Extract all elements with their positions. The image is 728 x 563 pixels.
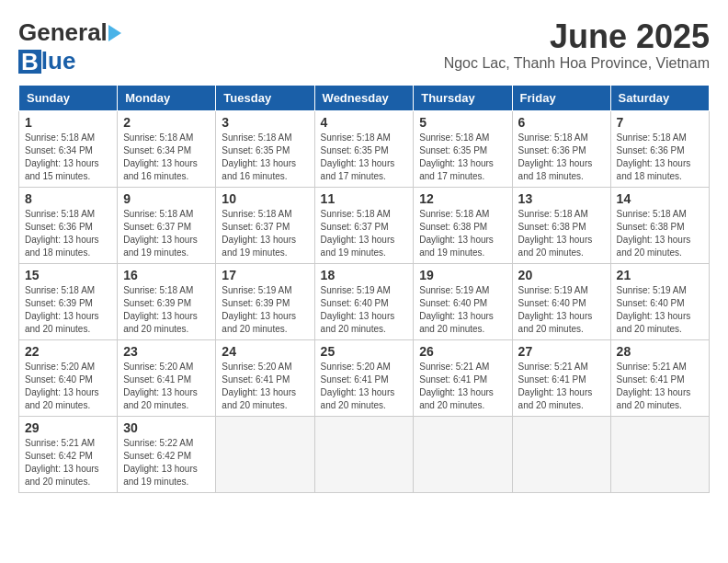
- calendar-subtitle: Ngoc Lac, Thanh Hoa Province, Vietnam: [444, 55, 710, 72]
- day-info: Sunrise: 5:20 AM Sunset: 6:41 PM Dayligh…: [123, 361, 210, 412]
- calendar-day-cell: 11 Sunrise: 5:18 AM Sunset: 6:37 PM Dayl…: [314, 188, 414, 264]
- calendar-day-cell: 14 Sunrise: 5:18 AM Sunset: 6:38 PM Dayl…: [610, 188, 709, 264]
- day-info: Sunrise: 5:20 AM Sunset: 6:40 PM Dayligh…: [25, 361, 111, 412]
- day-info: Sunrise: 5:18 AM Sunset: 6:36 PM Dayligh…: [518, 132, 605, 183]
- day-info: Sunrise: 5:21 AM Sunset: 6:41 PM Dayligh…: [617, 361, 703, 412]
- day-info: Sunrise: 5:18 AM Sunset: 6:36 PM Dayligh…: [25, 208, 111, 259]
- day-info: Sunrise: 5:18 AM Sunset: 6:38 PM Dayligh…: [617, 208, 703, 259]
- calendar-day-cell: 21 Sunrise: 5:19 AM Sunset: 6:40 PM Dayl…: [610, 264, 709, 340]
- col-thursday: Thursday: [414, 86, 512, 111]
- day-number: 4: [321, 115, 408, 130]
- day-number: 22: [25, 344, 111, 359]
- calendar-day-cell: 16 Sunrise: 5:18 AM Sunset: 6:39 PM Dayl…: [118, 264, 216, 340]
- logo-lue-text: lue: [41, 47, 76, 75]
- col-monday: Monday: [118, 86, 216, 111]
- day-number: 19: [419, 268, 506, 282]
- calendar-header-row: Sunday Monday Tuesday Wednesday Thursday…: [19, 86, 710, 111]
- day-info: Sunrise: 5:19 AM Sunset: 6:39 PM Dayligh…: [222, 284, 308, 336]
- calendar-week-row: 8 Sunrise: 5:18 AM Sunset: 6:36 PM Dayli…: [19, 188, 710, 264]
- calendar-day-cell: 18 Sunrise: 5:19 AM Sunset: 6:40 PM Dayl…: [314, 264, 414, 340]
- calendar-day-cell: [314, 417, 414, 493]
- day-info: Sunrise: 5:18 AM Sunset: 6:39 PM Dayligh…: [123, 284, 210, 336]
- day-number: 26: [419, 344, 506, 359]
- calendar-day-cell: 17 Sunrise: 5:19 AM Sunset: 6:39 PM Dayl…: [216, 264, 314, 340]
- day-info: Sunrise: 5:18 AM Sunset: 6:38 PM Dayligh…: [518, 208, 605, 259]
- day-info: Sunrise: 5:19 AM Sunset: 6:40 PM Dayligh…: [321, 284, 408, 336]
- col-wednesday: Wednesday: [314, 86, 414, 111]
- day-number: 23: [123, 344, 210, 359]
- day-info: Sunrise: 5:19 AM Sunset: 6:40 PM Dayligh…: [617, 284, 703, 336]
- calendar-day-cell: 2 Sunrise: 5:18 AM Sunset: 6:34 PM Dayli…: [118, 111, 216, 188]
- calendar-day-cell: 6 Sunrise: 5:18 AM Sunset: 6:36 PM Dayli…: [512, 111, 610, 188]
- calendar-day-cell: 3 Sunrise: 5:18 AM Sunset: 6:35 PM Dayli…: [216, 111, 314, 188]
- calendar-day-cell: 15 Sunrise: 5:18 AM Sunset: 6:39 PM Dayl…: [19, 264, 118, 340]
- day-info: Sunrise: 5:18 AM Sunset: 6:38 PM Dayligh…: [419, 208, 506, 259]
- day-info: Sunrise: 5:19 AM Sunset: 6:40 PM Dayligh…: [419, 284, 506, 336]
- day-number: 12: [419, 191, 506, 206]
- day-info: Sunrise: 5:20 AM Sunset: 6:41 PM Dayligh…: [321, 361, 408, 412]
- day-number: 8: [25, 191, 111, 206]
- day-info: Sunrise: 5:21 AM Sunset: 6:41 PM Dayligh…: [518, 361, 605, 412]
- logo-chevron-icon: [108, 25, 121, 41]
- calendar-day-cell: [414, 417, 512, 493]
- col-saturday: Saturday: [610, 86, 709, 111]
- calendar-week-row: 15 Sunrise: 5:18 AM Sunset: 6:39 PM Dayl…: [19, 264, 710, 340]
- title-area: June 2025 Ngoc Lac, Thanh Hoa Province, …: [444, 18, 710, 72]
- calendar-week-row: 22 Sunrise: 5:20 AM Sunset: 6:40 PM Dayl…: [19, 340, 710, 417]
- calendar-day-cell: 5 Sunrise: 5:18 AM Sunset: 6:35 PM Dayli…: [414, 111, 512, 188]
- day-info: Sunrise: 5:20 AM Sunset: 6:41 PM Dayligh…: [222, 361, 308, 412]
- calendar-day-cell: [610, 417, 709, 493]
- calendar-day-cell: 4 Sunrise: 5:18 AM Sunset: 6:35 PM Dayli…: [314, 111, 414, 188]
- day-number: 2: [123, 115, 210, 130]
- day-number: 30: [123, 420, 210, 435]
- calendar-title: June 2025: [444, 18, 710, 55]
- day-number: 21: [617, 268, 703, 282]
- day-info: Sunrise: 5:19 AM Sunset: 6:40 PM Dayligh…: [518, 284, 605, 336]
- logo: General B lue: [18, 18, 123, 75]
- calendar-day-cell: 25 Sunrise: 5:20 AM Sunset: 6:41 PM Dayl…: [314, 340, 414, 417]
- day-info: Sunrise: 5:18 AM Sunset: 6:37 PM Dayligh…: [321, 208, 408, 259]
- day-number: 10: [222, 191, 308, 206]
- day-info: Sunrise: 5:18 AM Sunset: 6:37 PM Dayligh…: [222, 208, 308, 259]
- day-number: 5: [419, 115, 506, 130]
- calendar-day-cell: 27 Sunrise: 5:21 AM Sunset: 6:41 PM Dayl…: [512, 340, 610, 417]
- calendar-day-cell: 13 Sunrise: 5:18 AM Sunset: 6:38 PM Dayl…: [512, 188, 610, 264]
- calendar-day-cell: 12 Sunrise: 5:18 AM Sunset: 6:38 PM Dayl…: [414, 188, 512, 264]
- col-tuesday: Tuesday: [216, 86, 314, 111]
- calendar-day-cell: 28 Sunrise: 5:21 AM Sunset: 6:41 PM Dayl…: [610, 340, 709, 417]
- day-info: Sunrise: 5:18 AM Sunset: 6:34 PM Dayligh…: [123, 132, 210, 183]
- calendar-day-cell: 24 Sunrise: 5:20 AM Sunset: 6:41 PM Dayl…: [216, 340, 314, 417]
- day-number: 11: [321, 191, 408, 206]
- calendar-day-cell: [216, 417, 314, 493]
- day-number: 20: [518, 268, 605, 282]
- day-info: Sunrise: 5:18 AM Sunset: 6:35 PM Dayligh…: [321, 132, 408, 183]
- calendar-day-cell: 8 Sunrise: 5:18 AM Sunset: 6:36 PM Dayli…: [19, 188, 118, 264]
- logo-general-text: General: [18, 18, 108, 47]
- calendar-day-cell: 9 Sunrise: 5:18 AM Sunset: 6:37 PM Dayli…: [118, 188, 216, 264]
- day-number: 6: [518, 115, 605, 130]
- day-number: 3: [222, 115, 308, 130]
- calendar-day-cell: 22 Sunrise: 5:20 AM Sunset: 6:40 PM Dayl…: [19, 340, 118, 417]
- calendar-day-cell: 23 Sunrise: 5:20 AM Sunset: 6:41 PM Dayl…: [118, 340, 216, 417]
- calendar-day-cell: 30 Sunrise: 5:22 AM Sunset: 6:42 PM Dayl…: [118, 417, 216, 493]
- day-number: 25: [321, 344, 408, 359]
- day-number: 27: [518, 344, 605, 359]
- calendar-week-row: 29 Sunrise: 5:21 AM Sunset: 6:42 PM Dayl…: [19, 417, 710, 493]
- logo-b-letter: B: [18, 50, 41, 74]
- col-friday: Friday: [512, 86, 610, 111]
- day-info: Sunrise: 5:18 AM Sunset: 6:36 PM Dayligh…: [617, 132, 703, 183]
- day-number: 16: [123, 268, 210, 282]
- calendar-day-cell: [512, 417, 610, 493]
- calendar-day-cell: 10 Sunrise: 5:18 AM Sunset: 6:37 PM Dayl…: [216, 188, 314, 264]
- day-number: 28: [617, 344, 703, 359]
- day-info: Sunrise: 5:18 AM Sunset: 6:34 PM Dayligh…: [25, 132, 111, 183]
- day-number: 15: [25, 268, 111, 282]
- calendar-table: Sunday Monday Tuesday Wednesday Thursday…: [18, 85, 710, 493]
- day-number: 1: [25, 115, 111, 130]
- calendar-day-cell: 7 Sunrise: 5:18 AM Sunset: 6:36 PM Dayli…: [610, 111, 709, 188]
- col-sunday: Sunday: [19, 86, 118, 111]
- calendar-day-cell: 1 Sunrise: 5:18 AM Sunset: 6:34 PM Dayli…: [19, 111, 118, 188]
- calendar-day-cell: 20 Sunrise: 5:19 AM Sunset: 6:40 PM Dayl…: [512, 264, 610, 340]
- day-number: 9: [123, 191, 210, 206]
- calendar-week-row: 1 Sunrise: 5:18 AM Sunset: 6:34 PM Dayli…: [19, 111, 710, 188]
